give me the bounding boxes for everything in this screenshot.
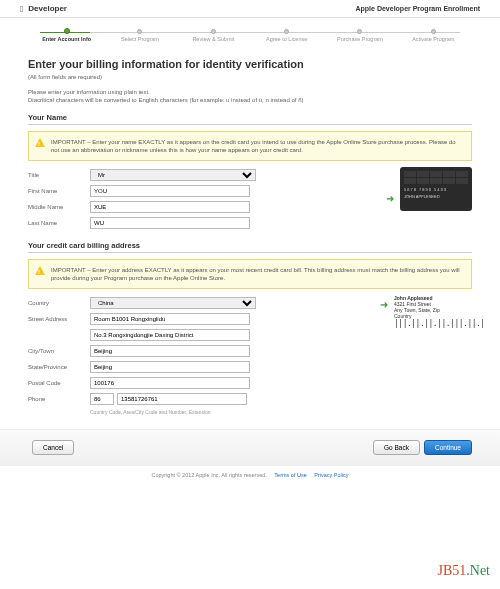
- postal-input[interactable]: [90, 377, 250, 389]
- footer: Copyright © 2012 Apple Inc. All rights r…: [0, 465, 500, 484]
- step-purchase: Purchase Program: [323, 29, 396, 42]
- progress-steps: Enter Account Info Select Program Review…: [0, 18, 500, 48]
- city-input[interactable]: [90, 345, 250, 357]
- plaintext-hint: Please enter your information using plai…: [28, 88, 472, 105]
- section-your-name: Your Name: [28, 113, 472, 125]
- label-title: Title: [28, 172, 90, 178]
- state-input[interactable]: [90, 361, 250, 373]
- action-bar: Cancel Go Back Continue: [0, 429, 500, 465]
- middle-name-input[interactable]: [90, 201, 250, 213]
- apple-logo-icon: : [20, 4, 23, 14]
- label-middle: Middle Name: [28, 204, 90, 210]
- phone-hint: Country Code, Area/City Code and Number,…: [90, 409, 382, 415]
- arrow-icon: ➜: [380, 299, 388, 310]
- street2-input[interactable]: [90, 329, 250, 341]
- street1-input[interactable]: [90, 313, 250, 325]
- step-agree: Agree to License: [250, 29, 323, 42]
- phone-cc-input[interactable]: [90, 393, 114, 405]
- page-heading: Enter your billing information for ident…: [28, 58, 472, 70]
- top-bar:  Developer Apple Developer Program Enro…: [0, 0, 500, 18]
- label-last: Last Name: [28, 220, 90, 226]
- alert-name: IMPORTANT – Enter your name EXACTLY as i…: [28, 131, 472, 161]
- credit-card-sample: 5678 7890 5433 JOHN APPLESEED ➜: [400, 167, 472, 211]
- label-state: State/Province: [28, 364, 90, 370]
- cancel-button[interactable]: Cancel: [32, 440, 74, 455]
- terms-link[interactable]: Terms of Use: [274, 472, 306, 478]
- label-city: City/Town: [28, 348, 90, 354]
- label-street: Street Address: [28, 316, 90, 322]
- step-enter-account: Enter Account Info: [30, 28, 103, 42]
- program-title: Apple Developer Program Enrollment: [356, 5, 480, 12]
- step-activate: Activate Program: [397, 29, 470, 42]
- label-first: First Name: [28, 188, 90, 194]
- arrow-icon: ➜: [386, 193, 394, 204]
- label-postal: Postal Code: [28, 380, 90, 386]
- country-select[interactable]: China: [90, 297, 256, 309]
- alert-address: IMPORTANT – Enter your address EXACTLY a…: [28, 259, 472, 289]
- label-phone: Phone: [28, 396, 90, 402]
- phone-input[interactable]: [117, 393, 247, 405]
- label-country: Country: [28, 300, 90, 306]
- step-review: Review & Submit: [177, 29, 250, 42]
- brand-text: Developer: [28, 4, 67, 13]
- section-billing-address: Your credit card billing address: [28, 241, 472, 253]
- required-note: (All form fields are required): [28, 74, 472, 80]
- title-select[interactable]: Mr: [90, 169, 256, 181]
- warning-icon: [35, 138, 45, 147]
- envelope-sample: ➜ John Appleseed 4321 First Street Any T…: [394, 295, 464, 328]
- go-back-button[interactable]: Go Back: [373, 440, 420, 455]
- continue-button[interactable]: Continue: [424, 440, 472, 455]
- privacy-link[interactable]: Privacy Policy: [314, 472, 348, 478]
- warning-icon: [35, 266, 45, 275]
- watermark: JB51.Net: [437, 563, 490, 579]
- last-name-input[interactable]: [90, 217, 250, 229]
- step-select-program: Select Program: [103, 29, 176, 42]
- first-name-input[interactable]: [90, 185, 250, 197]
